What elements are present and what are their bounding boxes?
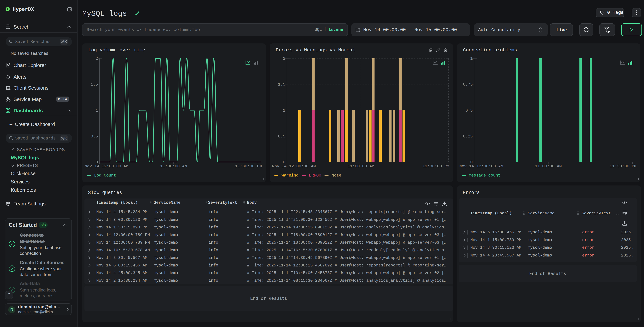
svg-text:0: 0 — [283, 160, 285, 165]
svg-text:1.5: 1.5 — [278, 82, 285, 87]
svg-text:11:00:00 AM: 11:00:00 AM — [160, 164, 187, 169]
svg-text:11:30:00 PM: 11:30:00 PM — [422, 164, 449, 169]
svg-text:1.5: 1.5 — [91, 82, 98, 87]
svg-text:Nov 14 12:00:00 AM: Nov 14 12:00:00 AM — [85, 164, 128, 169]
svg-text:11:30:00 PM: 11:30:00 PM — [610, 164, 636, 169]
svg-text:ERROR: ERROR — [309, 173, 321, 178]
svg-text:11:30:00 PM: 11:30:00 PM — [235, 164, 262, 169]
svg-text:2: 2 — [96, 56, 98, 61]
svg-text:11:00:00 AM: 11:00:00 AM — [535, 164, 562, 169]
svg-text:Note: Note — [332, 173, 342, 178]
svg-text:Nov 14 12:00:00 AM: Nov 14 12:00:00 AM — [272, 164, 316, 169]
svg-text:1: 1 — [96, 108, 98, 113]
svg-text:Nov 14 12:00:00 AM: Nov 14 12:00:00 AM — [459, 164, 503, 169]
svg-text:0.5: 0.5 — [278, 134, 285, 139]
svg-text:11:00:00 AM: 11:00:00 AM — [348, 164, 374, 169]
svg-text:Warning: Warning — [282, 173, 298, 178]
svg-text:0.5: 0.5 — [466, 108, 473, 113]
svg-text:0.75: 0.75 — [463, 82, 473, 87]
svg-text:1: 1 — [283, 108, 285, 113]
svg-text:Log Count: Log Count — [94, 173, 116, 178]
svg-text:2: 2 — [283, 56, 285, 61]
svg-text:Message count: Message count — [469, 173, 500, 178]
svg-text:1: 1 — [470, 56, 473, 61]
svg-text:0: 0 — [470, 160, 473, 165]
svg-text:0.5: 0.5 — [91, 134, 98, 139]
svg-text:0.25: 0.25 — [463, 134, 473, 139]
svg-text:0: 0 — [96, 160, 98, 165]
